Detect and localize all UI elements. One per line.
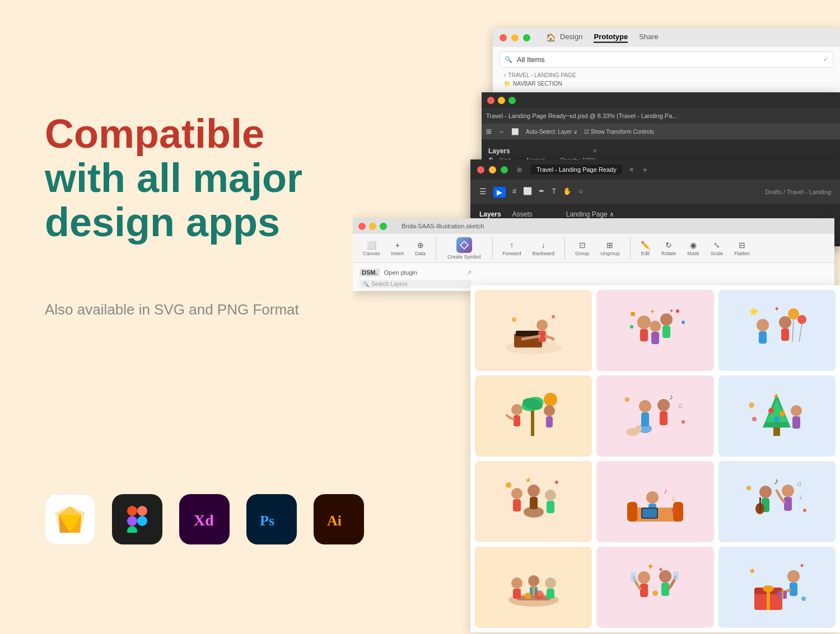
ps-titlebar: [482, 92, 840, 108]
sketch-data-tool[interactable]: ⊕ Data: [412, 238, 429, 259]
svg-text:★: ★: [749, 566, 756, 575]
traffic-light-red[interactable]: [500, 34, 507, 41]
figma-text-tool[interactable]: T: [552, 187, 556, 198]
svg-rect-82: [547, 501, 554, 513]
app-icon-figma[interactable]: [112, 494, 162, 544]
svg-text:✦: ✦: [774, 305, 780, 313]
sketch-insert-tool[interactable]: + Insert: [388, 238, 408, 259]
sketch-toolbar: ⬜ Canvas + Insert ⊕ Data Crea: [353, 234, 834, 263]
sketch-flatten-tool[interactable]: ⊟ Flatten: [731, 238, 753, 259]
svg-point-26: [660, 313, 673, 326]
heading-line3: design apps: [45, 200, 280, 245]
svg-point-133: [787, 570, 800, 583]
traffic-light-yellow[interactable]: [511, 34, 519, 41]
figma-add-tab[interactable]: +: [643, 165, 647, 174]
figma-move-tool[interactable]: ▶: [493, 187, 506, 198]
illustration-card-1[interactable]: [475, 290, 592, 371]
sketch-forward-tool[interactable]: ↑ Forward: [500, 238, 525, 259]
svg-point-52: [544, 405, 555, 416]
sketch-search-layers[interactable]: 🔍 Search Layers: [360, 280, 472, 288]
illustration-card-10[interactable]: [475, 547, 592, 628]
illustration-card-3[interactable]: ⭐ ✦: [718, 290, 836, 371]
svg-point-119: [638, 571, 650, 584]
svg-point-95: [671, 507, 678, 514]
ps-panel-menu[interactable]: ≡: [593, 148, 596, 154]
figma-main-tl-yellow[interactable]: [489, 166, 496, 173]
open-plugin-label[interactable]: Open plugin: [384, 269, 417, 276]
svg-rect-53: [546, 416, 553, 428]
sketch-backward-tool[interactable]: ↓ Backward: [529, 238, 558, 259]
sketch-left-panel: DSM. Open plugin ↗ 🔍 Search Layers Pages…: [360, 267, 472, 287]
illustration-card-7[interactable]: ✦ ★: [475, 461, 592, 542]
app-icon-sketch[interactable]: [45, 494, 95, 544]
svg-point-118: [531, 585, 536, 589]
illus-svg-2: ✦ ✦: [622, 303, 689, 359]
ps-tl-yellow[interactable]: [498, 97, 505, 104]
group-icon: ⊡: [579, 241, 586, 250]
figma-main-tl-red[interactable]: [477, 166, 484, 173]
sketch-scale-tool[interactable]: ⤡ Scale: [707, 238, 727, 259]
figma-pen-tool[interactable]: ✒: [539, 187, 545, 198]
sketch-tl-red[interactable]: [358, 223, 366, 230]
tab-design[interactable]: Design: [560, 32, 582, 43]
tab-share[interactable]: Share: [639, 32, 659, 43]
svg-rect-108: [517, 596, 550, 600]
ps-tl-green[interactable]: [508, 97, 516, 104]
figma-frame-tool[interactable]: #: [512, 187, 516, 198]
svg-point-57: [657, 399, 670, 411]
figma-layers-tab[interactable]: Layers: [479, 210, 501, 218]
xd-logo-icon: Xd: [189, 504, 220, 534]
ps-tl-red[interactable]: [487, 97, 494, 104]
figma-comment-tool[interactable]: ○: [578, 187, 583, 198]
app-icon-xd[interactable]: Xd: [179, 494, 230, 544]
illustration-card-9[interactable]: ♪ ♫ ♩: [718, 461, 836, 542]
ps-move-tool[interactable]: ↔: [498, 128, 505, 135]
sketch-tl-yellow[interactable]: [369, 223, 376, 230]
figma-hand-tool[interactable]: ✋: [563, 187, 572, 198]
figma-landing-page-tab[interactable]: Landing Page ∧: [566, 210, 614, 218]
ps-transform[interactable]: ⬜: [511, 128, 519, 135]
figma-assets-tab[interactable]: Assets: [512, 210, 533, 218]
illustration-card-6[interactable]: ★: [718, 375, 836, 457]
svg-rect-77: [513, 499, 521, 511]
svg-rect-37: [759, 331, 767, 344]
app-icons-row: Xd Ps Ai: [45, 494, 364, 544]
svg-text:Ps: Ps: [260, 513, 274, 529]
pages-add[interactable]: ⊕: [418, 290, 425, 291]
mask-label: Mask: [687, 251, 699, 256]
sketch-canvas-tool[interactable]: ⬜ Canvas: [360, 238, 384, 259]
figma-menu-icon[interactable]: ☰: [479, 187, 487, 198]
traffic-light-green[interactable]: [523, 34, 530, 41]
edit-label: Edit: [641, 251, 650, 256]
sketch-pages-section: Pages ⊕ ∨: [360, 290, 472, 291]
sketch-rotate-tool[interactable]: ↻ Rotate: [658, 238, 680, 259]
ungroup-label: Ungroup: [600, 251, 620, 256]
sketch-mask-tool[interactable]: ◉ Mask: [684, 238, 703, 259]
illustration-card-5[interactable]: ♪ ♫: [596, 375, 713, 457]
sketch-edit-tool[interactable]: ✏️ Edit: [637, 238, 654, 259]
illustration-card-12[interactable]: ★ ✦: [718, 547, 836, 628]
backward-icon: ↓: [542, 241, 545, 250]
ungroup-icon: ⊞: [606, 241, 613, 250]
illustration-card-11[interactable]: ✦ ✦: [596, 547, 713, 628]
illustration-card-2[interactable]: ✦ ✦: [596, 290, 713, 371]
figma-main-tab-active[interactable]: Travel - Landing Page Ready: [531, 165, 622, 175]
figma-shape-tool[interactable]: ⬜: [523, 187, 532, 198]
sketch-tl-green[interactable]: [380, 223, 387, 230]
svg-point-38: [779, 316, 791, 328]
svg-rect-67: [773, 428, 780, 436]
svg-rect-25: [640, 329, 648, 341]
all-items-row[interactable]: 🔍 All Items ✓: [500, 51, 833, 68]
sketch-group-tool[interactable]: ⊡ Group: [572, 238, 592, 259]
ps-toolbar-home: ⊞: [486, 128, 492, 135]
app-icon-ps[interactable]: Ps: [246, 494, 297, 544]
sketch-ungroup-tool[interactable]: ⊞ Ungroup: [597, 238, 623, 259]
tab-prototype[interactable]: Prototype: [594, 32, 628, 43]
svg-text:⭐: ⭐: [749, 307, 759, 316]
illustration-card-4[interactable]: [475, 375, 592, 457]
sketch-create-symbol-tool[interactable]: Create Symbol: [443, 235, 486, 262]
figma-tab-close[interactable]: ✕: [629, 166, 634, 173]
svg-line-42: [792, 320, 794, 342]
illustration-card-8[interactable]: ♪ ♫: [596, 461, 713, 542]
figma-main-tl-green[interactable]: [501, 166, 508, 173]
